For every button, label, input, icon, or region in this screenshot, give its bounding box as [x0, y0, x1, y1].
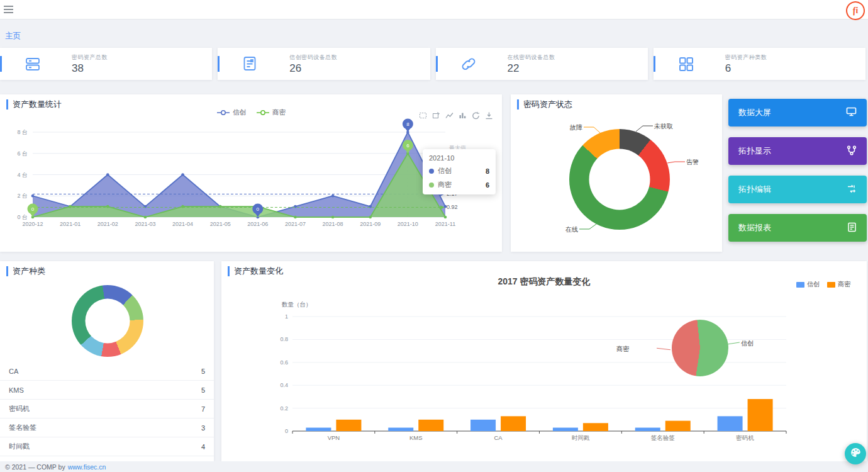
- action-label: 数据报表: [738, 222, 771, 233]
- grid-icon: [677, 55, 695, 73]
- bar-chart: 00.20.40.60.81数量（台）VPNKMSCA时间戳签名验签密码机: [259, 296, 857, 450]
- svg-text:CA: CA: [494, 434, 503, 441]
- area-chart: 0 台2 台4 台6 台8 台2020-122021-012021-022021…: [0, 117, 478, 237]
- server-icon: [24, 55, 42, 73]
- card-title: 资产数量变化: [228, 266, 283, 276]
- svg-text:2021-07: 2021-07: [285, 221, 306, 227]
- card-accent-bar: [436, 56, 438, 72]
- tooltip-row: 商密6: [429, 180, 489, 189]
- svg-text:0.6: 0.6: [280, 359, 288, 366]
- svg-text:2021-06: 2021-06: [247, 221, 268, 227]
- card-title: 资产种类: [6, 266, 45, 276]
- svg-text:2021-05: 2021-05: [210, 221, 231, 227]
- zoom-reset-icon[interactable]: [432, 111, 440, 119]
- action-button-4[interactable]: 数据报表: [728, 214, 867, 242]
- asset-change-card: 资产数量变化 2017 密码资产数量变化 信创商密 00.20.40.60.81…: [221, 261, 867, 461]
- stat-card: 信创密码设备总数26: [218, 48, 430, 80]
- stat-label: 在线密码设备总数: [508, 53, 555, 62]
- svg-text:0: 0: [31, 206, 35, 212]
- card-accent-bar: [654, 56, 655, 72]
- type-list-row: 时间戳4: [0, 437, 214, 456]
- tooltip-row: 信创8: [429, 166, 489, 176]
- svg-text:2021-01: 2021-01: [60, 221, 81, 227]
- bar-chart-title: 2017 密码资产数量变化: [221, 276, 867, 288]
- svg-text:2021-08: 2021-08: [323, 221, 343, 227]
- document-icon: [242, 55, 259, 73]
- refresh-icon[interactable]: [472, 111, 480, 119]
- hamburger-menu-icon[interactable]: [4, 6, 13, 13]
- svg-text:2021-04: 2021-04: [172, 221, 193, 227]
- stat-label: 信创密码设备总数: [289, 53, 337, 62]
- legend-item[interactable]: 信创: [216, 108, 246, 117]
- type-donut-chart: [72, 285, 143, 357]
- stat-value: 26: [289, 62, 337, 75]
- marquee-zoom-icon[interactable]: [419, 111, 427, 119]
- legend-item[interactable]: 商密: [256, 108, 286, 117]
- legend-item[interactable]: 商密: [827, 280, 850, 289]
- svg-text:0.4: 0.4: [280, 382, 288, 388]
- stat-card: 在线密码设备总数22: [436, 48, 648, 80]
- svg-text:2020-12: 2020-12: [22, 221, 43, 227]
- card-title: 密码资产状态: [517, 99, 572, 110]
- svg-text:8: 8: [406, 121, 409, 127]
- asset-type-card: 资产种类 CA5KMS5密码机7签名验签3时间戳4: [0, 261, 214, 461]
- svg-text:0.2: 0.2: [280, 405, 288, 412]
- pie-slice-label: 商密: [610, 345, 629, 354]
- tooltip-title: 2021-10: [429, 154, 489, 162]
- stat-label: 密码资产种类数: [725, 53, 767, 62]
- edit-topology-icon: [847, 184, 857, 196]
- svg-text:0.8: 0.8: [280, 336, 288, 342]
- svg-text:1: 1: [285, 313, 288, 320]
- card-accent-bar: [218, 56, 220, 72]
- bar-chart-icon[interactable]: [459, 111, 467, 119]
- type-list-row: CA5: [0, 362, 214, 381]
- svg-text:签名验签: 签名验签: [651, 434, 676, 441]
- donut-slice-label: 故障: [555, 123, 582, 132]
- action-buttons-column: 数据大屏拓扑显示拓扑编辑数据报表: [728, 99, 867, 252]
- fisec-link[interactable]: www.fisec.cn: [68, 463, 106, 471]
- action-label: 拓扑显示: [738, 145, 771, 157]
- legend-item[interactable]: 信创: [796, 280, 820, 289]
- inset-pie-chart: [672, 320, 728, 376]
- stat-value: 22: [508, 62, 555, 75]
- svg-text:VPN: VPN: [328, 434, 340, 441]
- footer: © 2021 — COMP by www.fisec.cn: [0, 461, 868, 472]
- svg-text:2021-09: 2021-09: [360, 221, 381, 227]
- theme-fab-button[interactable]: [845, 443, 866, 464]
- report-icon: [847, 222, 857, 234]
- svg-text:0.92: 0.92: [447, 204, 458, 210]
- breadcrumb-home[interactable]: 主页: [5, 31, 21, 42]
- top-navbar: fi: [0, 0, 868, 20]
- stat-card: 密码资产总数38: [0, 48, 212, 80]
- type-list-row: KMS5: [0, 381, 214, 400]
- svg-text:时间戳: 时间戳: [572, 434, 590, 441]
- fisec-logo[interactable]: fi: [845, 0, 866, 21]
- donut-slice-label: 未获取: [654, 122, 673, 131]
- svg-text:0: 0: [285, 428, 288, 434]
- chart-tooltip: 2021-10 信创8商密6: [423, 149, 496, 194]
- action-button-3[interactable]: 拓扑编辑: [728, 176, 867, 203]
- stat-cards-row: 密码资产总数38信创密码设备总数26在线密码设备总数22密码资产种类数6: [0, 48, 865, 80]
- download-icon[interactable]: [485, 111, 493, 119]
- svg-text:数量（台）: 数量（台）: [282, 301, 312, 308]
- svg-text:4 台: 4 台: [17, 172, 28, 178]
- link-icon: [460, 55, 477, 73]
- stat-label: 密码资产总数: [72, 53, 108, 62]
- line-chart-icon[interactable]: [445, 111, 453, 119]
- svg-text:2021-03: 2021-03: [135, 221, 155, 227]
- action-button-1[interactable]: 数据大屏: [728, 99, 867, 126]
- stat-card: 密码资产种类数6: [654, 48, 865, 80]
- action-label: 数据大屏: [738, 107, 771, 118]
- action-button-2[interactable]: 拓扑显示: [728, 137, 867, 165]
- svg-text:6: 6: [406, 143, 409, 149]
- svg-text:KMS: KMS: [409, 434, 423, 441]
- donut-slice-label: 在线: [550, 225, 578, 234]
- svg-text:2021-11: 2021-11: [435, 221, 455, 227]
- svg-text:0 台: 0 台: [17, 214, 28, 220]
- donut-slice-label: 告警: [686, 158, 699, 167]
- asset-status-card: 密码资产状态 未获取告警在线故障: [511, 94, 722, 252]
- type-list: CA5KMS5密码机7签名验签3时间戳4: [0, 362, 214, 456]
- svg-text:2021-10: 2021-10: [398, 221, 418, 227]
- pie-slice-label: 信创: [741, 339, 754, 348]
- asset-stats-card: 资产数量统计 信创商密 0 台2 台4 台6 台8 台2020-122021-0…: [0, 94, 502, 252]
